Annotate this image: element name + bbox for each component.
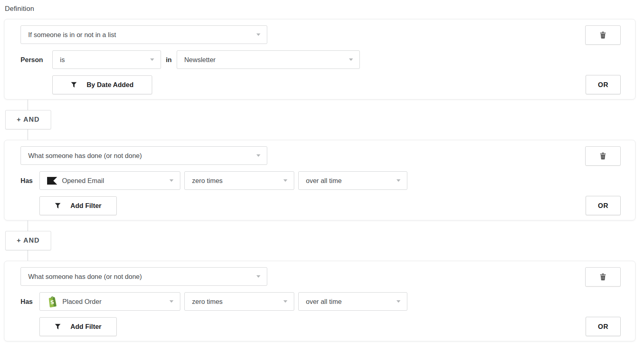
operator-dropdown[interactable]: is [52,50,161,69]
delete-condition-button[interactable] [585,146,621,166]
condition-card-side: OR [585,146,621,215]
chevron-down-icon [396,300,400,303]
condition-card-side: OR [585,267,621,336]
chevron-down-icon [256,275,260,278]
timeframe-dropdown[interactable]: over all time [298,292,407,311]
condition-card-main: If someone is in or not in a list Person… [21,25,360,94]
chevron-down-icon [396,179,400,182]
condition-type-dropdown[interactable]: If someone is in or not in a list [21,25,267,44]
person-label: Person [21,56,47,64]
chevron-down-icon [256,154,260,157]
condition-type-row: If someone is in or not in a list [21,25,360,44]
metric-value: Opened Email [62,177,104,185]
timeframe-value: over all time [306,177,342,185]
delete-condition-button[interactable] [585,267,621,287]
condition-card-opened-email: What someone has done (or not done) Has … [4,140,636,220]
condition-type-row: What someone has done (or not done) [21,146,407,165]
list-dropdown[interactable]: Newsletter [177,50,360,69]
or-button[interactable]: OR [586,317,621,336]
klaviyo-flag-icon [47,177,57,185]
add-filter-label: Add Filter [70,202,101,210]
trash-icon [600,31,606,39]
chevron-down-icon [283,300,287,303]
trash-icon [600,152,606,160]
metric-row: Has S Placed Order zero times [21,292,407,311]
timeframe-dropdown[interactable]: over all time [298,171,407,190]
in-label: in [166,56,172,64]
add-filter-button[interactable]: Add Filter [39,196,117,215]
has-label: Has [21,298,35,306]
and-separator: + AND [4,100,636,140]
metric-dropdown[interactable]: S Placed Order [39,292,180,311]
trash-icon [600,273,606,281]
funnel-icon [55,203,61,209]
operator-value: is [60,56,65,64]
or-button[interactable]: OR [586,196,621,215]
chevron-down-icon [349,58,353,61]
chevron-down-icon [169,300,173,303]
by-date-added-label: By Date Added [87,81,134,89]
condition-card-main: What someone has done (or not done) Has … [21,146,407,215]
condition-type-dropdown[interactable]: What someone has done (or not done) [21,267,267,286]
count-dropdown[interactable]: zero times [184,292,294,311]
condition-type-value: What someone has done (or not done) [28,273,142,281]
filter-row: Add Filter [21,196,407,215]
filter-row: By Date Added [21,75,360,94]
condition-card-main: What someone has done (or not done) Has … [21,267,407,336]
chevron-down-icon [169,179,173,182]
add-filter-button[interactable]: Add Filter [39,317,117,336]
list-value: Newsletter [184,56,216,64]
funnel-icon [55,324,61,330]
add-and-condition-button[interactable]: + AND [5,231,51,250]
condition-card-placed-order: What someone has done (or not done) Has … [4,261,636,341]
condition-card-list-membership: If someone is in or not in a list Person… [4,19,636,100]
condition-type-value: What someone has done (or not done) [28,152,142,160]
metric-value: Placed Order [62,298,101,306]
chevron-down-icon [256,33,260,36]
count-value: zero times [192,177,223,185]
and-separator: + AND [4,220,636,261]
chevron-down-icon [283,179,287,182]
definition-heading: Definition [5,5,636,14]
condition-type-dropdown[interactable]: What someone has done (or not done) [21,146,267,165]
metric-dropdown[interactable]: Opened Email [39,171,180,190]
chevron-down-icon [150,58,154,61]
condition-type-row: What someone has done (or not done) [21,267,407,286]
condition-type-value: If someone is in or not in a list [28,31,116,39]
count-dropdown[interactable]: zero times [184,171,294,190]
has-label: Has [21,177,35,185]
add-filter-label: Add Filter [70,323,101,330]
count-value: zero times [192,298,223,306]
by-date-added-button[interactable]: By Date Added [52,75,152,94]
segment-definition-builder: Definition If someone is in or not in a … [0,0,644,341]
metric-row: Has Opened Email zero times over all tim… [21,171,407,190]
list-membership-row: Person is in Newsletter [21,50,360,69]
condition-card-side: OR [585,25,621,94]
svg-text:S: S [50,299,54,306]
delete-condition-button[interactable] [585,25,621,45]
or-button[interactable]: OR [586,75,621,94]
filter-row: Add Filter [21,317,407,336]
timeframe-value: over all time [306,298,342,306]
funnel-icon [71,82,77,88]
add-and-condition-button[interactable]: + AND [5,110,51,129]
shopify-icon: S [47,295,58,308]
